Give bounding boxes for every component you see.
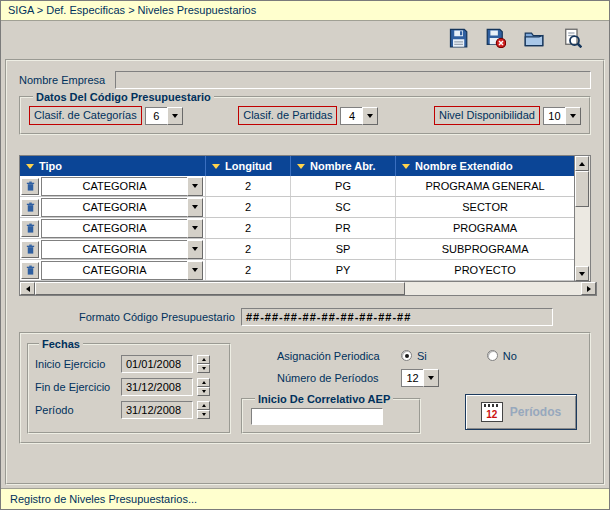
numero-periodos-label: Número de Períodos: [241, 372, 401, 384]
table-row: CATEGORIA 2 PR PROGRAMA: [20, 218, 574, 239]
scrollbar-thumb[interactable]: [575, 171, 589, 207]
formato-codigo-field[interactable]: ##-##-##-##-##-##-##-##-##: [241, 308, 553, 326]
periodos-button[interactable]: 12 Períodos: [465, 394, 577, 430]
delete-row-button[interactable]: [21, 241, 39, 258]
nivel-disponibilidad-combo[interactable]: 10: [543, 107, 581, 125]
chevron-down-icon[interactable]: [187, 198, 203, 217]
column-header-tipo[interactable]: Tipo: [20, 156, 206, 176]
fechas-groupbox: Fechas Inicio Ejercicio 01/01/2008 Fin d…: [27, 338, 231, 434]
scroll-down-button[interactable]: [575, 266, 589, 281]
nombre-empresa-row: Nombre Empresa: [19, 71, 591, 89]
filter-down-icon[interactable]: [297, 164, 305, 169]
periodica-section: Asignación Periodica Si No Número de Per…: [241, 338, 583, 434]
filter-down-icon[interactable]: [402, 164, 410, 169]
fecha-row: Fin de Ejercicio 31/12/2008: [35, 378, 223, 396]
chevron-down-icon[interactable]: [187, 219, 203, 238]
filter-down-icon[interactable]: [26, 164, 34, 169]
tipo-combo-value: CATEGORIA: [41, 240, 187, 259]
spin-up-button[interactable]: [197, 355, 210, 364]
column-header-nombre-abr[interactable]: Nombre Abr.: [291, 156, 396, 176]
formato-row: Formato Código Presupuestario ##-##-##-#…: [19, 308, 591, 326]
cell-nombre-abr: PG: [291, 176, 396, 196]
numero-periodos-combo[interactable]: 12: [401, 369, 439, 387]
clasif-categorias-combo[interactable]: 6: [145, 107, 183, 125]
spin-down-button[interactable]: [197, 387, 210, 396]
delete-row-button[interactable]: [21, 262, 39, 279]
save-icon: [448, 28, 468, 52]
cell-longitud: 2: [206, 260, 291, 280]
cell-nombre-abr: SC: [291, 197, 396, 217]
fin-ejercicio-input[interactable]: 31/12/2008: [121, 378, 193, 396]
chevron-down-icon[interactable]: [167, 107, 183, 125]
delete-row-button[interactable]: [21, 220, 39, 237]
column-header-label: Longitud: [225, 160, 272, 172]
scroll-up-button[interactable]: [575, 156, 589, 171]
radio-si[interactable]: Si: [401, 350, 427, 362]
search-icon: [562, 28, 582, 52]
horizontal-scrollbar[interactable]: [19, 282, 597, 296]
cell-nombre-extendido: SECTOR: [396, 197, 574, 217]
cell-nombre-abr: PY: [291, 260, 396, 280]
scroll-right-button[interactable]: [581, 282, 596, 295]
inicio-ejercicio-spinner: [197, 355, 210, 373]
chevron-down-icon[interactable]: [187, 261, 203, 280]
spin-up-button[interactable]: [197, 401, 210, 410]
radio-button-icon[interactable]: [401, 350, 412, 361]
clasif-categorias-label: Clasif. de Categorías: [29, 106, 142, 125]
filter-down-icon[interactable]: [212, 164, 220, 169]
column-header-label: Nombre Extendido: [415, 160, 513, 172]
fecha-row: Inicio Ejercicio 01/01/2008: [35, 355, 223, 373]
scrollbar-thumb[interactable]: [35, 282, 405, 295]
chevron-down-icon[interactable]: [423, 369, 439, 387]
trash-icon: [25, 201, 36, 213]
folder-button[interactable]: [521, 27, 547, 53]
scrollbar-track[interactable]: [575, 171, 590, 266]
main-panel: Nombre Empresa Datos Del Código Presupue…: [5, 59, 605, 485]
scrollbar-track[interactable]: [405, 282, 581, 295]
nivel-disponibilidad-value: 10: [543, 107, 565, 125]
chevron-down-icon[interactable]: [187, 240, 203, 259]
table-header-row: Tipo Longitud Nombre Abr. Nombre Extendi…: [20, 156, 574, 176]
datos-legend: Datos Del Código Presupuestario: [33, 91, 214, 103]
tipo-combo[interactable]: CATEGORIA: [41, 177, 203, 196]
cell-nombre-extendido: PROYECTO: [396, 260, 574, 280]
bottom-section: Fechas Inicio Ejercicio 01/01/2008 Fin d…: [19, 332, 591, 444]
cell-nombre-abr: PR: [291, 218, 396, 238]
tipo-combo[interactable]: CATEGORIA: [41, 198, 203, 217]
correlativo-legend: Inicio De Correlativo AEP: [255, 393, 393, 405]
delete-row-button[interactable]: [21, 199, 39, 216]
tipo-combo[interactable]: CATEGORIA: [41, 219, 203, 238]
chevron-down-icon[interactable]: [565, 107, 581, 125]
save-button[interactable]: [445, 27, 471, 53]
column-header-label: Nombre Abr.: [310, 160, 376, 172]
correlativo-groupbox: Inicio De Correlativo AEP: [241, 393, 421, 434]
clasif-partidas-combo[interactable]: 4: [340, 107, 378, 125]
clasif-partidas-value: 4: [340, 107, 362, 125]
chevron-down-icon[interactable]: [187, 177, 203, 196]
radio-no[interactable]: No: [487, 350, 517, 362]
app-window: SIGA > Def. Especificas > Niveles Presup…: [0, 0, 610, 510]
search-button[interactable]: [559, 27, 585, 53]
scroll-left-button[interactable]: [20, 282, 35, 295]
datos-groupbox: Datos Del Código Presupuestario Clasif. …: [19, 91, 591, 135]
delete-row-button[interactable]: [21, 178, 39, 195]
nombre-empresa-input[interactable]: [115, 71, 591, 89]
cell-longitud: 2: [206, 197, 291, 217]
column-header-nombre-extendido[interactable]: Nombre Extendido: [396, 156, 574, 176]
periodo-label: Período: [35, 404, 117, 416]
spin-down-button[interactable]: [197, 410, 210, 419]
tipo-combo[interactable]: CATEGORIA: [41, 261, 203, 280]
spin-up-button[interactable]: [197, 378, 210, 387]
chevron-down-icon[interactable]: [362, 107, 378, 125]
periodo-input[interactable]: 31/12/2008: [121, 401, 193, 419]
tipo-combo[interactable]: CATEGORIA: [41, 240, 203, 259]
column-header-longitud[interactable]: Longitud: [206, 156, 291, 176]
trash-icon: [25, 243, 36, 255]
inicio-ejercicio-input[interactable]: 01/01/2008: [121, 355, 193, 373]
spin-down-button[interactable]: [197, 364, 210, 373]
niveles-table: Tipo Longitud Nombre Abr. Nombre Extendi…: [19, 155, 591, 296]
vertical-scrollbar[interactable]: [575, 155, 591, 282]
radio-button-icon[interactable]: [487, 350, 498, 361]
correlativo-input[interactable]: [251, 408, 383, 425]
delete-button[interactable]: [483, 27, 509, 53]
